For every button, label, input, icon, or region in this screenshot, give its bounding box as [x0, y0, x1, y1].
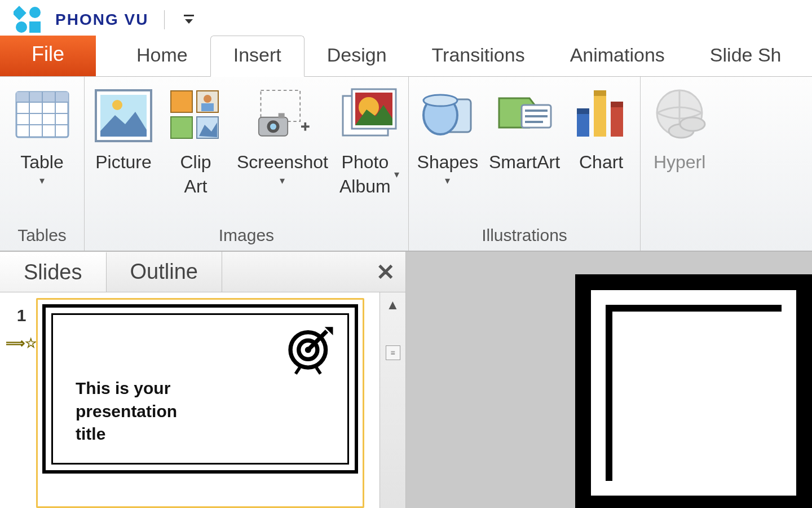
svg-point-2 — [16, 21, 27, 33]
group-label-links — [677, 221, 682, 251]
ribbon-tabs: File Home Insert Design Transitions Anim… — [0, 40, 812, 77]
svg-rect-19 — [201, 103, 214, 111]
tab-slideshow[interactable]: Slide Sh — [687, 36, 804, 76]
workspace: Slides Outline ✕ 1 ⟹☆ — [0, 252, 812, 508]
clipart-icon — [165, 85, 227, 147]
qat-customize-icon[interactable] — [183, 11, 195, 29]
table-button[interactable]: Table ▾ — [11, 81, 73, 187]
svg-point-49 — [680, 117, 705, 131]
svg-rect-0 — [14, 6, 27, 20]
svg-point-35 — [423, 95, 457, 106]
group-tables: Table ▾ Tables — [0, 77, 85, 251]
slide-number-text: 1 — [17, 306, 27, 325]
table-label: Table — [20, 150, 64, 174]
animation-indicator-icon: ⟹☆ — [6, 335, 37, 351]
svg-line-54 — [295, 367, 299, 374]
tab-file[interactable]: File — [0, 36, 96, 76]
tab-home[interactable]: Home — [114, 36, 210, 76]
shapes-button[interactable]: Shapes ▾ — [417, 81, 479, 187]
chevron-down-icon: ▾ — [394, 168, 399, 181]
smartart-label: SmartArt — [489, 150, 560, 174]
svg-point-18 — [204, 95, 211, 103]
chevron-down-icon: ▾ — [39, 174, 45, 187]
svg-line-55 — [316, 367, 320, 374]
chart-button[interactable]: Chart — [570, 81, 632, 174]
hyperlink-button[interactable]: Hyperl — [648, 81, 710, 174]
svg-rect-43 — [594, 90, 606, 96]
picture-button[interactable]: Picture — [92, 81, 155, 174]
chart-icon — [570, 85, 632, 147]
slides-pane: Slides Outline ✕ 1 ⟹☆ — [0, 252, 406, 508]
svg-point-15 — [112, 100, 122, 110]
pane-tabs: Slides Outline ✕ — [0, 252, 405, 292]
group-label-images: Images — [219, 221, 274, 251]
group-label-illustrations: Illustrations — [482, 221, 567, 251]
slide-thumbnail-selected[interactable]: This is your presentation title — [36, 298, 364, 508]
group-label-tables: Tables — [17, 221, 67, 251]
shapes-icon — [417, 85, 479, 147]
svg-rect-42 — [594, 90, 606, 137]
tab-design[interactable]: Design — [304, 36, 409, 76]
smartart-button[interactable]: SmartArt — [489, 81, 560, 174]
picture-icon — [92, 85, 155, 147]
smartart-icon — [493, 85, 555, 147]
svg-rect-26 — [279, 113, 285, 118]
tab-insert[interactable]: Insert — [210, 36, 304, 77]
group-images: Picture Clip Art — [85, 77, 409, 251]
target-icon — [284, 323, 336, 383]
svg-rect-4 — [184, 15, 194, 16]
slide-canvas[interactable] — [406, 252, 812, 508]
svg-rect-16 — [171, 91, 192, 112]
table-icon — [11, 85, 73, 147]
title-bar: PHONG VU — [0, 0, 812, 40]
group-illustrations: Shapes ▾ SmartArt — [409, 77, 641, 251]
tab-transitions[interactable]: Transitions — [409, 36, 548, 76]
scroll-up-icon[interactable]: ▲ — [386, 292, 400, 317]
svg-point-1 — [29, 7, 41, 18]
scroll-handle[interactable]: ≡ — [386, 345, 400, 360]
svg-rect-45 — [611, 102, 623, 107]
pane-tab-outline[interactable]: Outline — [107, 252, 222, 292]
clipart-label: Clip Art — [180, 150, 211, 199]
shapes-label: Shapes — [417, 150, 479, 174]
photoalbum-icon — [338, 85, 400, 147]
picture-label: Picture — [95, 150, 152, 174]
brand-text: PHONG VU — [55, 11, 148, 29]
separator — [164, 10, 165, 29]
hyperlink-label: Hyperl — [654, 150, 705, 174]
slide-number: 1 ⟹☆ — [7, 298, 36, 508]
ribbon: Table ▾ Tables Picture — [0, 77, 812, 252]
screenshot-button[interactable]: Screenshot ▾ — [237, 81, 328, 187]
canvas-slide[interactable] — [575, 274, 812, 508]
chart-label: Chart — [579, 150, 623, 174]
tab-animations[interactable]: Animations — [548, 36, 687, 76]
chevron-down-icon: ▾ — [445, 174, 450, 187]
group-links: Hyperl — [641, 77, 718, 251]
svg-point-25 — [270, 124, 276, 130]
svg-rect-3 — [29, 21, 41, 33]
svg-rect-41 — [577, 108, 589, 114]
photoalbum-label: Photo Album — [339, 150, 391, 199]
hyperlink-icon — [648, 85, 710, 147]
clipart-button[interactable]: Clip Art — [165, 81, 227, 199]
svg-rect-20 — [171, 117, 192, 138]
chevron-down-icon: ▾ — [280, 174, 285, 187]
slide-title-text: This is your presentation title — [76, 377, 177, 446]
screenshot-label: Screenshot — [237, 150, 328, 174]
pane-tab-slides[interactable]: Slides — [0, 252, 107, 292]
pane-close-icon[interactable]: ✕ — [366, 252, 405, 292]
screenshot-icon — [251, 85, 314, 147]
phongvu-logo-icon — [14, 5, 44, 35]
pane-scrollbar[interactable]: ▲ ≡ — [379, 292, 405, 508]
photoalbum-button[interactable]: Photo Album ▾ — [338, 81, 400, 199]
